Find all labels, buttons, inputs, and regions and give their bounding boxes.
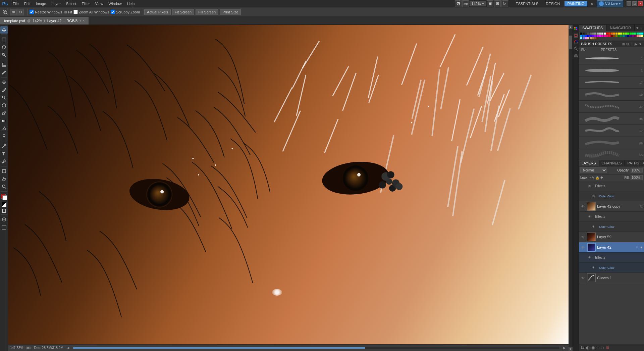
layers-tab[interactable]: LAYERS xyxy=(579,160,599,166)
clone-stamp-tool[interactable] xyxy=(0,94,8,101)
delete-layer-btn[interactable]: 🗑 xyxy=(606,345,610,350)
swatch-cell[interactable] xyxy=(611,35,613,37)
swatch-cell[interactable] xyxy=(615,35,618,37)
menu-view[interactable]: View xyxy=(93,1,106,6)
brush-menu-icon[interactable]: ▶ xyxy=(635,42,637,46)
brush-item[interactable]: 17 xyxy=(579,77,644,89)
swatch-cell[interactable] xyxy=(613,35,615,37)
swatch-cell[interactable] xyxy=(583,33,585,35)
zoom-in-icon[interactable]: ⊕ xyxy=(10,9,17,15)
brush-item[interactable]: 55 xyxy=(579,149,644,160)
swatch-cell[interactable] xyxy=(594,35,596,37)
zoom-tool-left[interactable] xyxy=(0,183,8,190)
workspace-painting[interactable]: PAINTING xyxy=(565,1,587,6)
layer-42-effects[interactable]: 👁 Effects xyxy=(579,253,644,263)
swatch-cell[interactable] xyxy=(639,35,641,37)
scroll-down-btn[interactable]: ▼ xyxy=(569,347,573,351)
minimize-btn[interactable]: _ xyxy=(627,1,631,6)
swatch-cell[interactable] xyxy=(583,35,585,37)
artwork-canvas[interactable] xyxy=(8,25,569,351)
swatches-menu-btn[interactable]: ☰ xyxy=(640,26,643,30)
eraser-tool[interactable] xyxy=(0,109,8,117)
panel-icon-swatches[interactable] xyxy=(573,26,579,32)
outer-glow-2-visibility[interactable]: 👁 xyxy=(591,224,596,230)
zoom-out-icon[interactable]: ⊖ xyxy=(17,9,24,15)
swatches-tab[interactable]: SWATCHES xyxy=(579,25,606,31)
swap-colors-icon[interactable] xyxy=(2,209,6,213)
brush-item[interactable]: 19 xyxy=(579,89,644,101)
menu-file[interactable]: File xyxy=(10,1,21,6)
swatch-cell[interactable] xyxy=(592,37,594,39)
brush-grid-icon[interactable]: ⊟ xyxy=(626,42,629,46)
layer-59[interactable]: 👁 Layer 59 xyxy=(579,232,644,242)
panel-icon-brushes[interactable] xyxy=(573,46,579,52)
brush-item[interactable]: 1 xyxy=(579,64,644,77)
swatch-cell[interactable] xyxy=(625,35,627,37)
brush-list-icon[interactable]: ☰ xyxy=(630,42,633,46)
outer-glow-effect-top[interactable]: 👁 Outer Glow xyxy=(579,191,644,201)
ps-icon-btn[interactable]: 🖼 xyxy=(455,0,462,7)
lasso-tool[interactable] xyxy=(0,44,8,51)
layers-collapse-btn[interactable]: ▼ xyxy=(642,161,644,165)
swatch-cell[interactable] xyxy=(627,33,629,35)
brush-size-icon[interactable]: ⊞ xyxy=(622,42,625,46)
background-color[interactable] xyxy=(2,195,7,200)
crop-tool[interactable] xyxy=(0,61,8,68)
blur-tool[interactable] xyxy=(0,125,8,132)
layer-42-copy[interactable]: 👁 Layer 42 copy fx xyxy=(579,201,644,212)
dodge-tool[interactable] xyxy=(0,133,8,140)
swatch-cell[interactable] xyxy=(594,33,596,35)
add-mask-btn[interactable]: ◐ xyxy=(586,345,589,350)
layer-42-copy-fx[interactable]: fx xyxy=(640,205,643,208)
frame-icon[interactable]: ▣ xyxy=(487,0,493,7)
pen-tool[interactable] xyxy=(0,142,8,150)
swatch-cell[interactable] xyxy=(580,37,582,39)
swatch-cell[interactable] xyxy=(592,33,594,35)
swatch-cell[interactable] xyxy=(615,33,618,35)
brush-tool[interactable] xyxy=(0,86,8,94)
add-fx-btn[interactable]: fx xyxy=(581,345,584,350)
curves-visibility[interactable]: 👁 xyxy=(580,275,586,281)
paths-tab[interactable]: PATHS xyxy=(625,160,642,166)
canvas-area[interactable]: 141.53% ▶ Doc: 28.3M/318.0M ◀ ▶ xyxy=(8,25,569,351)
lock-transparent-icon[interactable]: ▫ xyxy=(590,176,591,180)
menu-help[interactable]: Help xyxy=(124,1,138,6)
panel-icon-layers[interactable] xyxy=(573,53,579,58)
close-btn[interactable]: × xyxy=(638,1,643,6)
swatches-collapse-btn[interactable]: ▼ xyxy=(636,26,639,30)
scrollbar-thumb[interactable] xyxy=(569,36,572,49)
menu-edit[interactable]: Edit xyxy=(21,1,33,6)
navigator-tab[interactable]: NAVIGATOR xyxy=(606,25,635,31)
swatch-cell[interactable] xyxy=(587,37,589,39)
swatch-cell[interactable] xyxy=(597,35,599,37)
fit-screen-btn[interactable]: Fit Screen xyxy=(172,9,194,15)
workspace-essentials[interactable]: ESSENTIALS xyxy=(513,1,541,6)
fill-input[interactable] xyxy=(631,175,643,180)
zoom-all-checkbox[interactable]: Zoom All Windows xyxy=(73,10,109,14)
curves-1[interactable]: 👁 Curves 1 xyxy=(579,273,644,283)
cs-live-btn[interactable]: CS Live ▾ xyxy=(597,0,623,7)
brush-item[interactable]: 27 xyxy=(579,101,644,113)
blend-mode-select[interactable]: Normal Multiply Screen Overlay xyxy=(580,167,607,173)
screen-mode-btn[interactable] xyxy=(0,223,8,231)
shape-tool[interactable] xyxy=(0,167,8,175)
lock-all-icon[interactable]: ✚ xyxy=(600,176,603,180)
gradient-tool[interactable] xyxy=(0,117,8,124)
effects-visibility-top[interactable]: 👁 xyxy=(587,184,592,189)
swatch-cell[interactable] xyxy=(613,33,615,35)
swatch-cell[interactable] xyxy=(611,33,613,35)
swatch-cell[interactable] xyxy=(641,35,643,37)
scrubby-zoom-checkbox[interactable]: Scrubby Zoom xyxy=(111,10,140,14)
brush-item[interactable]: 45 xyxy=(579,113,644,125)
swatch-cell[interactable] xyxy=(594,37,596,39)
swatch-cell[interactable] xyxy=(637,33,639,35)
effects-3-visibility[interactable]: 👁 xyxy=(587,255,592,260)
swatch-cell[interactable] xyxy=(641,33,643,35)
print-size-btn[interactable]: Print Size xyxy=(220,9,241,15)
swatch-cell[interactable] xyxy=(608,33,610,35)
brush-item[interactable]: 17 xyxy=(579,125,644,137)
new-layer-btn[interactable]: □ xyxy=(601,345,604,350)
mp-icon-btn[interactable]: Mp xyxy=(462,0,469,7)
fill-screen-btn[interactable]: Fill Screen xyxy=(196,9,218,15)
swatch-cell[interactable] xyxy=(590,37,592,39)
